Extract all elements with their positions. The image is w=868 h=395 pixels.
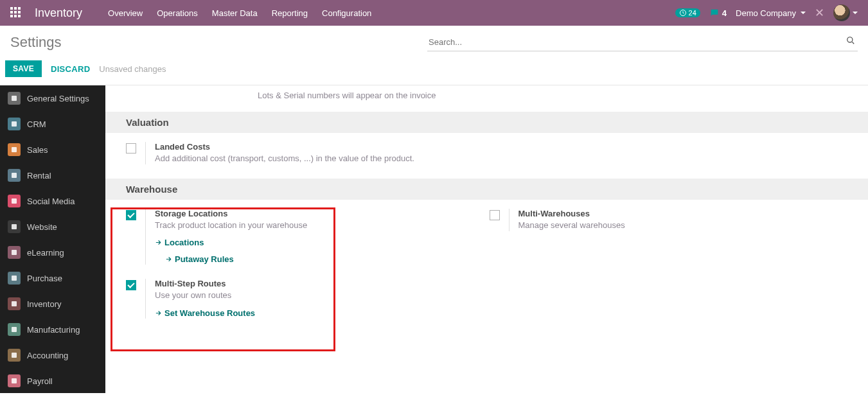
sidebar-item-rental[interactable]: Rental — [0, 162, 105, 188]
top-navbar: Inventory Overview Operations Master Dat… — [0, 0, 868, 26]
arrow-right-icon — [155, 238, 162, 248]
valuation-row: Landed Costs Add additional cost (transp… — [105, 142, 868, 179]
svg-rect-4 — [12, 147, 17, 152]
svg-rect-3 — [12, 121, 17, 127]
sidebar-item-label: Purchase — [27, 274, 62, 283]
module-icon — [8, 220, 21, 233]
sidebar-item-label: Sales — [27, 145, 48, 155]
sidebar-item-purchase[interactable]: Purchase — [0, 265, 105, 291]
module-icon — [8, 349, 21, 362]
checkbox-multi-step-routes[interactable] — [126, 280, 136, 290]
msr-desc: Use your own routes — [155, 290, 464, 301]
sidebar-item-payroll[interactable]: Payroll — [0, 368, 105, 393]
svg-rect-8 — [12, 250, 17, 255]
sidebar-item-label: Rental — [27, 171, 51, 180]
sidebar-item-label: Payroll — [27, 376, 53, 386]
sidebar-item-accounting[interactable]: Accounting — [0, 342, 105, 368]
section-valuation: Valuation — [105, 112, 868, 133]
module-icon — [8, 323, 21, 336]
module-icon — [8, 272, 21, 285]
save-button[interactable]: SAVE — [5, 60, 42, 77]
sidebar-item-manufacturing[interactable]: Manufacturing — [0, 317, 105, 342]
settings-sidebar[interactable]: General SettingsCRMSalesRentalSocial Med… — [0, 85, 105, 393]
lots-serial-note: Lots & Serial numbers will appear on the… — [105, 85, 868, 112]
sidebar-item-label: Social Media — [27, 197, 75, 206]
locations-link[interactable]: Locations — [155, 238, 464, 248]
checkbox-landed-costs[interactable] — [126, 143, 136, 154]
checkbox-multi-warehouses[interactable] — [490, 210, 500, 220]
activity-badge[interactable]: 24 — [675, 8, 700, 17]
svg-rect-11 — [12, 327, 17, 332]
caret-down-icon — [801, 12, 806, 14]
sidebar-item-sales[interactable]: Sales — [0, 137, 105, 162]
module-icon — [8, 246, 21, 259]
arrow-right-icon — [155, 309, 162, 319]
company-dropdown[interactable]: Demo Company — [736, 8, 806, 18]
sidebar-item-crm[interactable]: CRM — [0, 111, 105, 137]
chat-badge[interactable]: 4 — [709, 8, 727, 18]
nav-master-data[interactable]: Master Data — [212, 8, 258, 18]
content-area[interactable]: Lots & Serial numbers will appear on the… — [105, 85, 868, 393]
setting-landed-costs: Landed Costs Add additional cost (transp… — [126, 142, 490, 164]
caret-down-icon — [853, 12, 858, 14]
nav-overview[interactable]: Overview — [108, 8, 143, 18]
multi-wh-desc: Manage several warehouses — [518, 220, 828, 231]
sidebar-item-social-media[interactable]: Social Media — [0, 188, 105, 214]
nav-right: 24 4 Demo Company ✕ — [675, 4, 858, 21]
svg-rect-2 — [12, 96, 17, 101]
storage-title: Storage Locations — [155, 209, 464, 218]
sidebar-item-website[interactable]: Website — [0, 214, 105, 240]
close-icon[interactable]: ✕ — [815, 6, 824, 20]
search-wrap — [427, 33, 858, 51]
clock-icon — [679, 9, 687, 17]
discard-button[interactable]: DISCARD — [51, 64, 90, 74]
activity-count: 24 — [689, 9, 696, 17]
user-menu[interactable] — [833, 4, 858, 21]
set-routes-link[interactable]: Set Warehouse Routes — [155, 308, 464, 319]
warehouse-row-2: Multi-Step Routes Use your own routes Se… — [105, 279, 868, 332]
module-icon — [8, 169, 21, 182]
module-icon — [8, 374, 21, 387]
sidebar-item-label: Manufacturing — [27, 325, 80, 335]
module-icon — [8, 118, 21, 130]
svg-rect-5 — [12, 173, 17, 178]
main: General SettingsCRMSalesRentalSocial Med… — [0, 85, 868, 393]
nav-operations[interactable]: Operations — [157, 8, 198, 18]
action-bar: SAVE DISCARD Unsaved changes — [0, 55, 868, 85]
multi-wh-title: Multi-Warehouses — [518, 209, 828, 218]
landed-costs-desc: Add additional cost (transport, customs,… — [155, 153, 464, 164]
module-icon — [8, 297, 21, 310]
sidebar-item-label: Website — [27, 222, 57, 232]
svg-rect-10 — [12, 301, 17, 306]
sidebar-item-general-settings[interactable]: General Settings — [0, 85, 105, 111]
sidebar-item-inventory[interactable]: Inventory — [0, 291, 105, 317]
search-input[interactable] — [427, 33, 858, 51]
search-icon[interactable] — [846, 36, 855, 47]
svg-rect-13 — [12, 378, 17, 383]
svg-rect-6 — [12, 198, 17, 204]
page-title: Settings — [10, 34, 62, 51]
arrow-right-icon — [165, 255, 172, 265]
sidebar-item-label: Inventory — [27, 299, 61, 309]
company-name: Demo Company — [736, 8, 796, 18]
section-warehouse: Warehouse — [105, 179, 868, 200]
svg-rect-12 — [12, 353, 17, 358]
msr-title: Multi-Step Routes — [155, 279, 464, 288]
svg-rect-9 — [12, 276, 17, 281]
putaway-rules-link[interactable]: Putaway Rules — [165, 254, 464, 265]
chat-count: 4 — [722, 8, 727, 18]
navbar-brand[interactable]: Inventory — [35, 6, 82, 20]
nav-configuration[interactable]: Configuration — [322, 8, 371, 18]
landed-costs-title: Landed Costs — [155, 142, 464, 152]
nav-menu: Overview Operations Master Data Reportin… — [108, 8, 675, 18]
avatar — [833, 4, 850, 21]
apps-icon[interactable] — [10, 7, 22, 19]
unsaved-label: Unsaved changes — [99, 64, 166, 74]
setting-multi-step-routes: Multi-Step Routes Use your own routes Se… — [126, 279, 490, 318]
setting-storage-locations: Storage Locations Track product location… — [126, 209, 490, 265]
checkbox-storage-locations[interactable] — [126, 210, 136, 220]
sidebar-item-elearning[interactable]: eLearning — [0, 240, 105, 265]
nav-reporting[interactable]: Reporting — [272, 8, 308, 18]
svg-point-1 — [847, 37, 853, 42]
sidebar-item-label: CRM — [27, 119, 46, 129]
